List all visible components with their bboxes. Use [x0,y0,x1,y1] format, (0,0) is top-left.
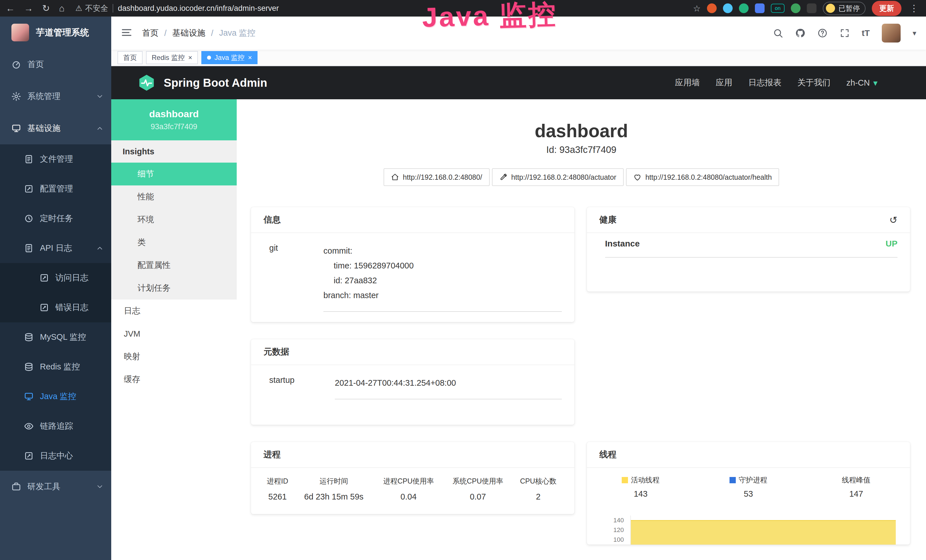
sba-locale-select[interactable]: zh-CN ▾ [846,78,878,88]
reload-icon[interactable]: ↻ [42,3,50,14]
sidebar-item-config-manage[interactable]: 配置管理 [0,174,111,204]
sba-nav-journal[interactable]: 日志报表 [748,77,781,88]
update-button[interactable]: 更新 [872,1,902,16]
peak-threads-label: 线程峰值 [842,475,870,485]
hamburger-icon[interactable] [111,27,142,39]
paused-badge[interactable]: 已暂停 [823,2,865,15]
fox-extension-icon[interactable] [707,3,717,13]
instance-service-url-link[interactable]: http://192.168.0.2:48080/ [384,168,490,186]
sidebar-item-tracing[interactable]: 链路追踪 [0,412,111,441]
document-icon [24,154,34,164]
sidebar-item-label: Java 监控 [40,391,76,402]
tab-home[interactable]: 首页 [118,51,142,64]
breadcrumb-infra[interactable]: 基础设施 [172,27,205,39]
instance-health-url-link[interactable]: http://192.168.0.2:48080/actuator/health [626,168,779,186]
health-card: 健康 ↺ Instance UP [587,207,910,292]
sidebar-item-java-monitor[interactable]: Java 监控 [0,382,111,412]
instance-actuator-url-link[interactable]: http://192.168.0.2:48080/actuator [492,168,624,186]
daemon-threads-swatch-icon [729,477,736,483]
sidebar-item-label: 首页 [27,59,44,70]
on-switch-extension-icon[interactable]: on [771,4,785,13]
daemon-threads-value: 53 [694,489,802,499]
grid-extension-icon[interactable] [755,3,764,13]
sba-item-mappings[interactable]: 映射 [111,345,237,368]
info-card-title: 信息 [263,214,281,226]
close-icon[interactable]: × [248,54,252,62]
chevron-up-icon [96,124,104,132]
puzzle-extension-icon[interactable] [807,3,817,13]
health-status-badge: UP [885,239,897,248]
sidebar-item-api-log[interactable]: API 日志 [0,233,111,263]
app-brand[interactable]: 芋道管理系统 [0,17,111,48]
breadcrumb: 首页 / 基础设施 / Java 监控 [142,27,255,39]
tags-view-bar: 首页 Redis 监控 × Java 监控 × [111,50,926,66]
metadata-key: startup [269,375,335,400]
wrench-icon [499,173,507,181]
home-icon [391,173,399,181]
sba-instance-id: 93a3fc7f7409 [151,123,197,131]
sba-item-classes[interactable]: 类 [111,231,237,254]
sidebar-item-error-log[interactable]: 错误日志 [0,293,111,322]
browser-menu-icon[interactable]: ⋮ [908,3,920,14]
sba-item-jvm[interactable]: JVM [111,322,237,345]
user-avatar[interactable] [882,24,900,42]
sba-brand-title[interactable]: Spring Boot Admin [164,76,267,89]
green-extension-icon[interactable] [739,3,749,13]
sba-nav-wallboard[interactable]: 应用墙 [675,77,700,88]
sidebar-item-access-log[interactable]: 访问日志 [0,263,111,293]
sidebar-item-infrastructure[interactable]: 基础设施 [0,112,111,144]
sidebar-item-dev-tools[interactable]: 研发工具 [0,471,111,502]
instance-id-subtitle: Id: 93a3fc7f7409 [237,144,926,155]
history-icon[interactable]: ↺ [890,214,898,226]
git-id-line: id: 27aa832 [324,273,562,288]
sidebar-item-mysql-monitor[interactable]: MySQL 监控 [0,322,111,352]
sba-item-details[interactable]: 细节 [111,163,237,185]
sidebar-item-file-manage[interactable]: 文件管理 [0,144,111,174]
security-label: 不安全 [85,3,108,14]
sba-item-caches[interactable]: 缓存 [111,368,237,391]
sidebar-item-home[interactable]: 首页 [0,48,111,80]
back-icon[interactable]: ← [6,3,15,14]
address-bar[interactable]: ⚠ 不安全 dashboard.yudao.iocoder.cn/infra/a… [75,3,279,14]
question-icon[interactable] [817,28,828,38]
close-icon[interactable]: × [188,54,192,62]
sidebar-item-redis-monitor[interactable]: Redis 监控 [0,352,111,382]
sba-nav-applications[interactable]: 应用 [716,77,732,88]
edit-icon [24,184,34,194]
sba-item-environment[interactable]: 环境 [111,208,237,231]
sba-instance-header[interactable]: dashboard 93a3fc7f7409 [111,99,237,140]
forward-icon[interactable]: → [24,3,33,14]
spring-boot-admin-logo-icon[interactable] [138,74,156,92]
leaf-extension-icon[interactable] [791,3,800,13]
sba-item-scheduled-tasks[interactable]: 计划任务 [111,277,237,300]
sidebar-item-scheduled-jobs[interactable]: 定时任务 [0,204,111,233]
peak-threads-value: 147 [802,489,910,499]
home-icon[interactable]: ⌂ [59,3,65,14]
search-icon[interactable] [773,28,783,38]
breadcrumb-separator: / [211,29,213,38]
tab-java-monitor[interactable]: Java 监控 × [201,51,257,64]
tab-redis-monitor[interactable]: Redis 监控 × [146,51,198,64]
info-value: commit: time: 1596289704000 id: 27aa832 … [324,243,562,312]
sidebar-item-system[interactable]: 系统管理 [0,80,111,112]
sba-item-performance[interactable]: 性能 [111,185,237,208]
github-icon[interactable] [795,28,805,38]
fullscreen-icon[interactable] [840,28,850,38]
threads-chart: 140 120 100 [587,513,910,545]
sba-item-logs[interactable]: 日志 [111,300,237,322]
sba-item-properties[interactable]: 配置属性 [111,254,237,277]
font-size-icon[interactable]: tT [862,28,870,38]
sba-navbar: Spring Boot Admin 应用墙 应用 日志报表 关于我们 zh-CN… [111,66,926,99]
drop-extension-icon[interactable] [723,3,732,13]
bookmark-star-icon[interactable]: ☆ [693,3,701,14]
edit-icon [39,273,49,283]
breadcrumb-home[interactable]: 首页 [142,27,159,39]
sba-nav-about[interactable]: 关于我们 [797,77,831,88]
sidebar-item-label: 文件管理 [40,153,73,165]
sba-content: dashboard Id: 93a3fc7f7409 http://192.16… [237,99,926,560]
instance-title: dashboard [237,120,926,141]
sba-locale-value: zh-CN [846,78,870,88]
sidebar-item-log-center[interactable]: 日志中心 [0,441,111,471]
sidebar-item-label: MySQL 监控 [40,331,86,343]
cpu-cores-value: 2 [513,487,564,504]
